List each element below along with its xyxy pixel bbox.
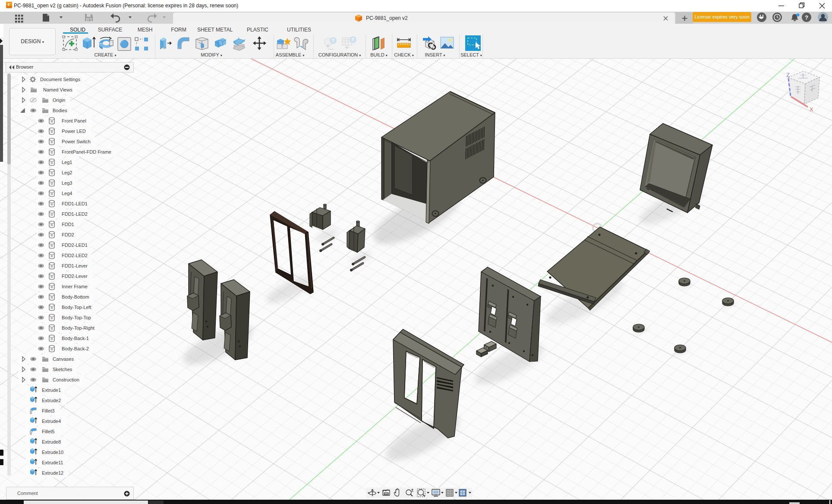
svg-text:FDD1-Lever: FDD1-Lever xyxy=(62,263,88,268)
svg-text:Named Views: Named Views xyxy=(43,87,72,92)
svg-text:Extrude2: Extrude2 xyxy=(42,398,61,403)
svg-text:Power Switch: Power Switch xyxy=(62,139,91,144)
svg-text:Body-Top-Left: Body-Top-Left xyxy=(62,305,91,310)
svg-text:Document Settings: Document Settings xyxy=(40,77,80,82)
svg-text:Body-Top-Right: Body-Top-Right xyxy=(62,325,95,331)
svg-text:F: F xyxy=(8,3,10,7)
svg-text:Body-Back-1: Body-Back-1 xyxy=(62,336,89,341)
svg-text:FDD2: FDD2 xyxy=(62,232,74,237)
svg-text:FDD1-LED1: FDD1-LED1 xyxy=(62,201,88,206)
svg-text:Body-Bottom: Body-Bottom xyxy=(62,294,89,299)
svg-text:FDD2-LED2: FDD2-LED2 xyxy=(62,253,88,258)
svg-text:Construction: Construction xyxy=(53,377,79,382)
svg-text:FDD2-LED1: FDD2-LED1 xyxy=(62,243,88,248)
svg-text:Fillet5: Fillet5 xyxy=(42,429,54,434)
svg-text:Body-Back-2: Body-Back-2 xyxy=(62,346,89,351)
svg-text:FrontPanel-FDD Frame: FrontPanel-FDD Frame xyxy=(62,149,111,154)
svg-text:Leg3: Leg3 xyxy=(62,180,72,186)
svg-text:Z: Z xyxy=(786,72,790,78)
svg-text:Power LED: Power LED xyxy=(62,129,86,134)
svg-text:Sketches: Sketches xyxy=(53,367,72,372)
svg-text:FDD2-Lever: FDD2-Lever xyxy=(62,274,88,279)
svg-text:Leg2: Leg2 xyxy=(62,170,72,175)
svg-text:Extrude10: Extrude10 xyxy=(42,450,63,455)
svg-text:Leg4: Leg4 xyxy=(62,191,72,196)
svg-text:Extrude8: Extrude8 xyxy=(42,439,61,444)
svg-text:Extrude12: Extrude12 xyxy=(42,470,63,476)
svg-text:Body-Top-Top: Body-Top-Top xyxy=(62,315,91,320)
svg-text:Origin: Origin xyxy=(53,98,65,103)
svg-text:X: X xyxy=(810,106,813,113)
svg-text:?: ? xyxy=(805,14,808,21)
svg-text:Fillet3: Fillet3 xyxy=(42,408,54,413)
svg-text:Extrude11: Extrude11 xyxy=(42,460,63,465)
svg-text:Inner Frame: Inner Frame xyxy=(62,284,88,289)
svg-text:Bodies: Bodies xyxy=(53,108,67,113)
svg-text:Extrude4: Extrude4 xyxy=(42,419,61,424)
svg-text:FDD1: FDD1 xyxy=(62,222,74,227)
svg-text:Front Panel: Front Panel xyxy=(62,118,86,123)
svg-text:Leg1: Leg1 xyxy=(62,160,72,165)
svg-text:FDD1-LED2: FDD1-LED2 xyxy=(62,211,88,217)
svg-text:Canvases: Canvases xyxy=(53,356,74,362)
svg-text:Extrude1: Extrude1 xyxy=(42,387,61,393)
